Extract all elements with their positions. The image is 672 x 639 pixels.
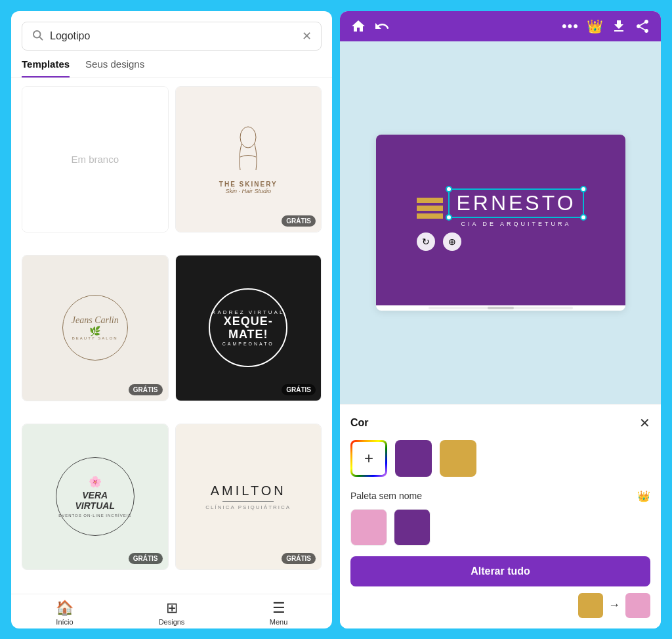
skinery-subtitle: Skin · Hair Studio — [219, 188, 278, 194]
nav-menu[interactable]: ☰ Menu — [225, 600, 332, 626]
search-bar: ✕ — [22, 22, 322, 51]
template-skinery[interactable]: THE SKINERY Skin · Hair Studio GRÁTIS — [175, 86, 322, 233]
logo-lines — [417, 198, 443, 219]
palette-name-label: Paleta sem nome — [350, 491, 422, 501]
logo-text-group: ERNESTO CIA DE ARQUITETURA — [448, 188, 583, 227]
menu-icon: ☰ — [272, 600, 285, 617]
template-xeque[interactable]: XADREZ VIRTUAL XEQUE-MATE! CAMPEONATO GR… — [175, 255, 322, 402]
color-panel-header: Cor ✕ — [350, 415, 650, 431]
skinery-figure — [228, 124, 268, 177]
tab-seus-designs[interactable]: Seus designs — [85, 58, 144, 77]
logo-line-3 — [417, 213, 443, 219]
template-blank[interactable]: Em branco — [22, 86, 169, 233]
color-swatches-row: + — [350, 440, 650, 477]
xeque-circle: XADREZ VIRTUAL XEQUE-MATE! CAMPEONATO — [209, 288, 287, 367]
swatch-gold[interactable] — [440, 440, 476, 477]
alterar-tudo-button[interactable]: Alterar tudo — [350, 556, 650, 586]
swap-from-swatch — [578, 593, 603, 618]
swap-arrow-icon: → — [608, 598, 620, 612]
color-panel: Cor ✕ + Paleta sem nome 👑 Alterar tudo — [340, 404, 661, 628]
jeans-badge: GRÁTIS — [129, 384, 163, 395]
xeque-badge: GRÁTIS — [282, 384, 316, 395]
crown-button[interactable]: 👑 — [587, 18, 603, 34]
close-color-panel-button[interactable]: ✕ — [639, 415, 650, 431]
more-dots: ••• — [562, 18, 579, 35]
amilton-line — [222, 501, 274, 502]
xeque-bottom: CAMPEONATO — [222, 342, 274, 346]
palette-swatches — [350, 509, 650, 546]
palette-crown-icon: 👑 — [637, 490, 650, 502]
jeans-circle: Jeans Carlin 🌿 BEAUTY SALON — [62, 295, 128, 361]
vera-sub: EVENTOS ON-LINE INCRÍVEIS — [58, 514, 131, 518]
home-icon: 🏠 — [56, 600, 74, 617]
search-clear-button[interactable]: ✕ — [302, 29, 312, 43]
logo-line-2 — [417, 206, 443, 211]
logo-sub-text: CIA DE ARQUITETURA — [448, 221, 583, 227]
amilton-content: AMILTON CLÍNICA PSIQUIÁTRICA — [205, 483, 291, 510]
logo-controls: ↻ ⊕ — [417, 232, 461, 251]
top-toolbar: ••• 👑 — [340, 11, 661, 41]
designs-icon: ⊞ — [166, 600, 178, 617]
download-button[interactable] — [611, 18, 627, 34]
amilton-badge: GRÁTIS — [282, 553, 316, 564]
tab-templates[interactable]: Templates — [22, 58, 70, 77]
swap-to-swatch — [625, 593, 650, 618]
logo-line-1 — [417, 198, 443, 203]
jeans-name: Jeans Carlin — [72, 315, 119, 326]
nav-designs-label: Designs — [159, 618, 185, 626]
xeque-main: XEQUE-MATE! — [210, 315, 286, 342]
color-swap-row: → — [350, 593, 650, 618]
color-panel-title: Cor — [350, 417, 369, 429]
vera-badge: GRÁTIS — [129, 553, 163, 564]
vera-circle: 🌸 VERAVIRTUAL EVENTOS ON-LINE INCRÍVEIS — [56, 457, 135, 536]
add-color-button[interactable]: + — [350, 440, 387, 477]
canvas-area: ERNESTO CIA DE ARQUITETURA — [340, 41, 661, 404]
search-input[interactable] — [50, 30, 295, 42]
jeans-leaf: 🌿 — [89, 326, 100, 336]
templates-grid: Em branco THE — [11, 78, 332, 594]
template-jeans[interactable]: Jeans Carlin 🌿 BEAUTY SALON GRÁTIS — [22, 255, 169, 402]
tabs-row: Templates Seus designs — [11, 51, 332, 78]
palette-header: Paleta sem nome 👑 — [350, 490, 650, 502]
nav-designs[interactable]: ⊞ Designs — [118, 600, 225, 626]
design-canvas[interactable]: ERNESTO CIA DE ARQUITETURA — [376, 135, 625, 305]
skinery-badge: GRÁTIS — [282, 215, 316, 227]
skinery-title: THE SKINERY — [219, 181, 278, 188]
jeans-sub: BEAUTY SALON — [72, 336, 118, 340]
logo-ernesto-text: ERNESTO — [456, 191, 576, 215]
canvas-card: ERNESTO CIA DE ARQUITETURA — [376, 135, 625, 311]
more-options-button[interactable]: ••• — [562, 18, 579, 35]
rotate-control[interactable]: ↻ — [417, 232, 435, 251]
swatch-purple[interactable] — [395, 440, 432, 477]
left-panel: ✕ Templates Seus designs Em branco — [11, 11, 332, 628]
nav-menu-label: Menu — [270, 618, 288, 626]
vera-icon: 🌸 — [89, 475, 102, 488]
amilton-sub: CLÍNICA PSIQUIÁTRICA — [205, 504, 291, 510]
vera-name: VERAVIRTUAL — [75, 491, 115, 511]
search-icon — [32, 29, 43, 43]
palette-swatch-purple[interactable] — [394, 509, 430, 546]
palette-swatch-pink[interactable] — [350, 509, 387, 546]
crown-icon: 👑 — [587, 18, 603, 34]
template-amilton[interactable]: AMILTON CLÍNICA PSIQUIÁTRICA GRÁTIS — [175, 424, 322, 571]
right-panel: ••• 👑 — [340, 11, 661, 628]
nav-inicio-label: Início — [56, 618, 73, 626]
template-vera[interactable]: 🌸 VERAVIRTUAL EVENTOS ON-LINE INCRÍVEIS … — [22, 424, 169, 571]
nav-inicio[interactable]: 🏠 Início — [11, 600, 118, 626]
svg-point-2 — [240, 127, 256, 148]
palette-section: Paleta sem nome 👑 — [350, 490, 650, 546]
blank-label: Em branco — [71, 154, 119, 165]
bottom-nav: 🏠 Início ⊞ Designs ☰ Menu — [11, 594, 332, 628]
logo-container: ERNESTO CIA DE ARQUITETURA — [417, 188, 583, 251]
share-button[interactable] — [635, 18, 650, 34]
amilton-name: AMILTON — [205, 483, 291, 498]
move-control[interactable]: ⊕ — [443, 232, 461, 251]
home-button[interactable] — [350, 18, 366, 34]
undo-button[interactable] — [374, 18, 390, 34]
svg-line-1 — [39, 37, 42, 39]
